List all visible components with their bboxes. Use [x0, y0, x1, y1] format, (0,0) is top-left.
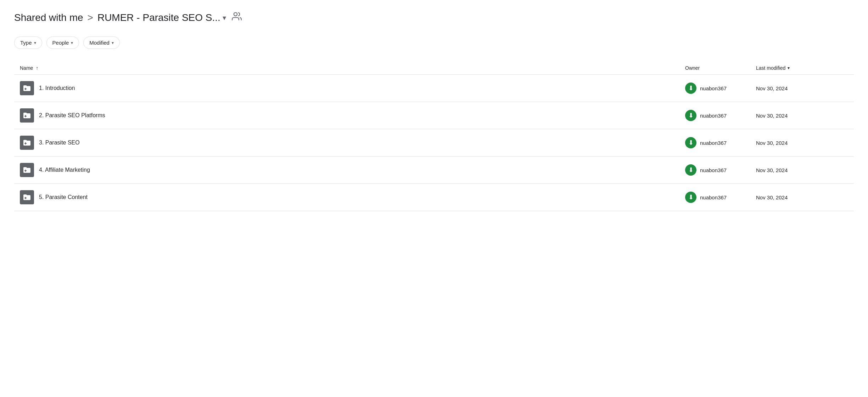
table-row[interactable]: 5. Parasite Content ⬇ nuabon367 Nov 30, … — [14, 184, 854, 211]
file-name-cell: 5. Parasite Content — [20, 190, 685, 204]
owner-cell: ⬇ nuabon367 — [685, 164, 756, 176]
file-name-cell: 4. Affiliate Marketing — [20, 163, 685, 177]
breadcrumb-chevron-down-icon: ▾ — [223, 13, 226, 22]
breadcrumb-current-folder[interactable]: RUMER - Parasite SEO S... ▾ — [97, 12, 226, 23]
folder-icon — [20, 81, 34, 95]
file-name: 5. Parasite Content — [39, 194, 88, 200]
folder-icon — [20, 136, 34, 150]
owner-cell: ⬇ nuabon367 — [685, 137, 756, 148]
people-filter-button[interactable]: People ▾ — [46, 36, 79, 49]
col-name-label: Name — [20, 65, 33, 71]
modified-filter-button[interactable]: Modified ▾ — [83, 36, 120, 49]
file-name-cell: 2. Parasite SEO Platforms — [20, 108, 685, 123]
download-icon: ⬇ — [688, 167, 694, 173]
owner-avatar: ⬇ — [685, 110, 696, 121]
type-chevron-icon: ▾ — [34, 40, 36, 45]
folder-icon — [20, 108, 34, 123]
owner-name: nuabon367 — [700, 140, 727, 146]
owner-cell: ⬇ nuabon367 — [685, 83, 756, 94]
column-name-header[interactable]: Name ↑ — [20, 65, 685, 71]
file-name: 3. Parasite SEO — [39, 140, 80, 146]
owner-avatar: ⬇ — [685, 192, 696, 203]
download-icon: ⬇ — [688, 140, 694, 146]
folder-icon — [20, 190, 34, 204]
modified-date: Nov 30, 2024 — [756, 85, 848, 91]
breadcrumb-separator: > — [88, 12, 93, 23]
file-name: 4. Affiliate Marketing — [39, 167, 90, 173]
folder-icon — [20, 163, 34, 177]
table-row[interactable]: 4. Affiliate Marketing ⬇ nuabon367 Nov 3… — [14, 157, 854, 184]
people-icon[interactable] — [232, 11, 242, 24]
download-icon: ⬇ — [688, 112, 694, 119]
table-row[interactable]: 3. Parasite SEO ⬇ nuabon367 Nov 30, 2024 — [14, 129, 854, 157]
table-header: Name ↑ Owner Last modified ▾ — [14, 62, 854, 75]
filters-bar: Type ▾ People ▾ Modified ▾ — [14, 36, 854, 49]
owner-name: nuabon367 — [700, 167, 727, 173]
owner-avatar: ⬇ — [685, 137, 696, 148]
download-icon: ⬇ — [688, 194, 694, 200]
modified-chevron-icon: ▾ — [112, 40, 114, 45]
modified-date: Nov 30, 2024 — [756, 167, 848, 173]
table-row[interactable]: 1. Introduction ⬇ nuabon367 Nov 30, 2024 — [14, 75, 854, 102]
column-modified-header[interactable]: Last modified ▾ — [756, 65, 848, 71]
breadcrumb-shared-label[interactable]: Shared with me — [14, 12, 83, 23]
type-filter-button[interactable]: Type ▾ — [14, 36, 42, 49]
download-icon: ⬇ — [688, 85, 694, 91]
name-sort-arrow-icon: ↑ — [36, 65, 38, 71]
table-row[interactable]: 2. Parasite SEO Platforms ⬇ nuabon367 No… — [14, 102, 854, 129]
breadcrumb: Shared with me > RUMER - Parasite SEO S.… — [14, 11, 854, 24]
modified-date: Nov 30, 2024 — [756, 113, 848, 119]
modified-date: Nov 30, 2024 — [756, 140, 848, 146]
file-list: 1. Introduction ⬇ nuabon367 Nov 30, 2024… — [14, 75, 854, 211]
file-name-cell: 3. Parasite SEO — [20, 136, 685, 150]
column-owner-header: Owner — [685, 65, 756, 71]
breadcrumb-folder-name: RUMER - Parasite SEO S... — [97, 12, 220, 23]
people-filter-label: People — [52, 40, 69, 46]
owner-cell: ⬇ nuabon367 — [685, 110, 756, 121]
people-chevron-icon: ▾ — [71, 40, 73, 45]
file-name: 1. Introduction — [39, 85, 75, 91]
owner-name: nuabon367 — [700, 113, 727, 119]
modified-filter-label: Modified — [89, 40, 110, 46]
type-filter-label: Type — [20, 40, 32, 46]
file-name: 2. Parasite SEO Platforms — [39, 112, 105, 119]
modified-date: Nov 30, 2024 — [756, 194, 848, 200]
owner-name: nuabon367 — [700, 194, 727, 200]
file-name-cell: 1. Introduction — [20, 81, 685, 95]
owner-avatar: ⬇ — [685, 164, 696, 176]
owner-avatar: ⬇ — [685, 83, 696, 94]
owner-name: nuabon367 — [700, 85, 727, 91]
svg-point-0 — [234, 13, 237, 16]
modified-sort-arrow-icon: ▾ — [788, 66, 790, 70]
owner-cell: ⬇ nuabon367 — [685, 192, 756, 203]
